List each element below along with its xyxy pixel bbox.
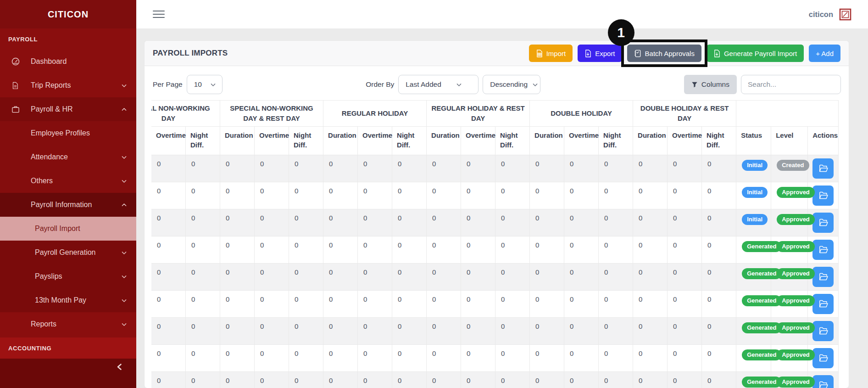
column-header-status: Status bbox=[736, 126, 771, 155]
sidebar-item-label: 13th Month Pay bbox=[35, 296, 121, 304]
sidebar-item-trip-reports[interactable]: Trip Reports bbox=[0, 73, 136, 97]
cell-value: 0 bbox=[495, 155, 530, 182]
cell-value: 0 bbox=[151, 182, 186, 209]
open-record-button[interactable] bbox=[812, 213, 834, 233]
cell-value: 0 bbox=[530, 317, 564, 344]
column-group-special-non-working-day: SPECIAL NON-WORKING DAY bbox=[151, 101, 220, 127]
columns-button[interactable]: Columns bbox=[684, 75, 737, 94]
cell-value: 0 bbox=[461, 182, 495, 209]
file-download-icon bbox=[584, 50, 591, 57]
open-record-button[interactable] bbox=[812, 294, 834, 314]
batch-approvals-button[interactable]: Batch Approvals bbox=[627, 45, 701, 62]
batch-approvals-annotated-region: Batch Approvals 1 bbox=[627, 45, 701, 62]
cell-value: 0 bbox=[702, 236, 736, 263]
open-record-button[interactable] bbox=[812, 267, 834, 287]
cell-value: 0 bbox=[323, 236, 358, 263]
sidebar-item-attendance[interactable]: Attendance bbox=[0, 145, 136, 169]
sidebar-item-employee-profiles[interactable]: Employee Profiles bbox=[0, 121, 136, 145]
order-by-select[interactable]: Last Added bbox=[398, 75, 479, 94]
cell-value: 0 bbox=[461, 371, 495, 388]
cell-value: 0 bbox=[427, 371, 461, 388]
sidebar-item-label: Others bbox=[31, 177, 121, 185]
cell-value: 0 bbox=[151, 155, 186, 182]
cell-value: 0 bbox=[289, 209, 323, 236]
card-header: PAYROLL IMPORTS Import Export bbox=[145, 41, 849, 66]
sidebar-item-payroll-hr[interactable]: Payroll & HR bbox=[0, 97, 136, 121]
cell-value: 0 bbox=[668, 263, 702, 290]
cell-value: 0 bbox=[633, 371, 668, 388]
topbar-account[interactable]: citicon bbox=[809, 8, 851, 21]
sidebar-item-payroll-generation[interactable]: Payroll Generation bbox=[0, 241, 136, 264]
per-page-select[interactable]: 10 bbox=[187, 75, 223, 94]
cell-value: 0 bbox=[599, 344, 633, 371]
chevron-down-icon bbox=[121, 321, 127, 327]
column-header-night-diff: Night Diff. bbox=[702, 126, 736, 155]
column-header-actions: Actions bbox=[808, 126, 839, 155]
sidebar-item-reports[interactable]: Reports bbox=[0, 312, 136, 336]
folder-open-icon bbox=[818, 191, 828, 200]
cell-value: 0 bbox=[151, 317, 186, 344]
import-button[interactable]: Import bbox=[529, 45, 573, 62]
speedometer-icon bbox=[11, 57, 31, 66]
chevron-down-icon bbox=[121, 178, 127, 184]
cell-value: 0 bbox=[668, 290, 702, 317]
cell-value: 0 bbox=[427, 317, 461, 344]
column-header-night-diff: Night Diff. bbox=[392, 126, 427, 155]
cell-value: 0 bbox=[427, 236, 461, 263]
cell-value: 0 bbox=[564, 344, 599, 371]
cell-value: 0 bbox=[151, 209, 186, 236]
section-label-payroll: PAYROLL bbox=[0, 28, 136, 50]
cell-status: Generated bbox=[736, 317, 771, 344]
status-badge: Initial bbox=[742, 187, 768, 198]
cell-value: 0 bbox=[358, 182, 392, 209]
chevron-down-icon bbox=[121, 154, 127, 160]
sidebar-item-dashboard[interactable]: Dashboard bbox=[0, 50, 136, 73]
sidebar-item-payroll-information[interactable]: Payroll Information bbox=[0, 193, 136, 217]
username-label: citicon bbox=[809, 10, 833, 19]
sidebar-item-label: Attendance bbox=[31, 153, 121, 161]
add-button[interactable]: + Add bbox=[809, 45, 840, 62]
cell-value: 0 bbox=[392, 344, 427, 371]
cell-value: 0 bbox=[427, 209, 461, 236]
column-header-duration: Duration bbox=[323, 126, 358, 155]
column-header-night-diff: Night Diff. bbox=[599, 126, 633, 155]
chevron-down-icon bbox=[121, 298, 127, 304]
cell-status: Generated bbox=[736, 236, 771, 263]
open-record-button[interactable] bbox=[812, 321, 834, 341]
cell-value: 0 bbox=[495, 371, 530, 388]
cell-value: 0 bbox=[255, 236, 289, 263]
table-row: 000000000000000000GeneratedApproved bbox=[151, 344, 839, 371]
cell-value: 0 bbox=[220, 317, 255, 344]
open-record-button[interactable] bbox=[812, 158, 834, 179]
menu-toggle[interactable] bbox=[153, 11, 165, 18]
sidebar-item-label: Payroll & HR bbox=[31, 105, 121, 113]
cell-value: 0 bbox=[323, 155, 358, 182]
status-badge: Generated bbox=[742, 322, 781, 334]
table-row: 000000000000000000InitialApproved bbox=[151, 209, 839, 236]
sidebar-item-others[interactable]: Others bbox=[0, 169, 136, 193]
sidebar-item-payslips[interactable]: Payslips bbox=[0, 264, 136, 288]
search-input[interactable] bbox=[741, 75, 841, 94]
cell-value: 0 bbox=[255, 263, 289, 290]
export-button[interactable]: Export bbox=[578, 45, 622, 62]
funnel-icon bbox=[691, 81, 698, 88]
table-scroll-region[interactable]: SPECIAL NON-WORKING DAYSPECIAL NON-WORKI… bbox=[151, 100, 842, 388]
section-label-accounting: ACCOUNTING bbox=[0, 337, 136, 359]
sort-direction-select[interactable]: Descending bbox=[483, 75, 540, 94]
open-record-button[interactable] bbox=[812, 186, 834, 206]
cell-value: 0 bbox=[255, 371, 289, 388]
sidebar-item-13th-month-pay[interactable]: 13th Month Pay bbox=[0, 288, 136, 312]
generate-payroll-import-button[interactable]: Generate Payroll Import bbox=[707, 45, 804, 62]
open-record-button[interactable] bbox=[812, 375, 834, 388]
sidebar-item-payroll-import[interactable]: Payroll Import bbox=[0, 217, 136, 241]
sidebar-collapse-button[interactable] bbox=[0, 359, 136, 388]
cell-value: 0 bbox=[461, 344, 495, 371]
table-tools-group: Columns bbox=[684, 75, 841, 94]
cell-value: 0 bbox=[668, 371, 702, 388]
column-header-night-diff: Night Diff. bbox=[186, 126, 220, 155]
cell-value: 0 bbox=[599, 236, 633, 263]
cell-value: 0 bbox=[427, 155, 461, 182]
open-record-button[interactable] bbox=[812, 348, 834, 368]
cell-value: 0 bbox=[461, 236, 495, 263]
open-record-button[interactable] bbox=[812, 240, 834, 260]
